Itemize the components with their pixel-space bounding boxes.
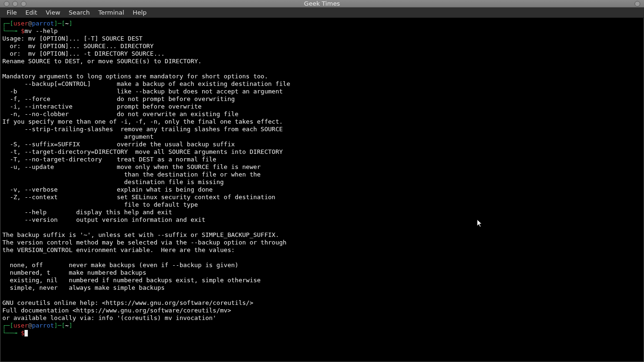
text-cursor [25,330,28,337]
menu-file[interactable]: File [3,8,21,17]
prompt-bracket: ┌─[ [2,322,13,329]
menubar: File Edit View Search Terminal Help [0,8,644,18]
prompt-sep: ]─[ [54,322,65,329]
window-controls [0,1,26,7]
menu-help[interactable]: Help [129,8,150,17]
prompt-at: @ [28,322,32,329]
prompt-host: parrot [32,20,54,27]
terminal-output-area[interactable]: ┌─[user@parrot]─[~] └──╼ $mv --help Usag… [0,18,644,362]
maximize-window-button[interactable] [21,1,26,7]
prompt-close: ] [69,20,73,27]
terminal-window: Geek Times File Edit View Search Termina… [0,0,644,362]
prompt-path: ~ [65,322,69,329]
prompt-line2: └──╼ [2,329,21,337]
window-title: Geek Times [0,0,644,7]
prompt-user: user [13,322,28,329]
prompt-sep: ]─[ [54,20,65,27]
prompt-line2: └──╼ [2,27,21,34]
prompt-path: ~ [65,20,69,27]
prompt-close: ] [69,322,73,329]
command-text: mv --help [25,27,58,34]
close-window-button[interactable] [4,1,9,7]
titlebar[interactable]: Geek Times [0,0,644,8]
minimize-window-button[interactable] [12,1,18,7]
prompt-at: @ [28,20,32,27]
command-output: Usage: mv [OPTION]... [-T] SOURCE DEST o… [2,35,290,321]
menu-view[interactable]: View [42,8,64,17]
mouse-cursor-icon [477,219,483,228]
menu-edit[interactable]: Edit [22,8,41,17]
prompt-bracket: ┌─[ [2,20,13,27]
prompt-dollar: $ [21,27,25,34]
menu-terminal[interactable]: Terminal [94,8,128,17]
prompt-user: user [13,20,28,27]
prompt-dollar: $ [21,329,25,337]
prompt-host: parrot [32,322,54,329]
menu-search[interactable]: Search [65,8,94,17]
titlebar-extra-button[interactable] [635,1,640,7]
